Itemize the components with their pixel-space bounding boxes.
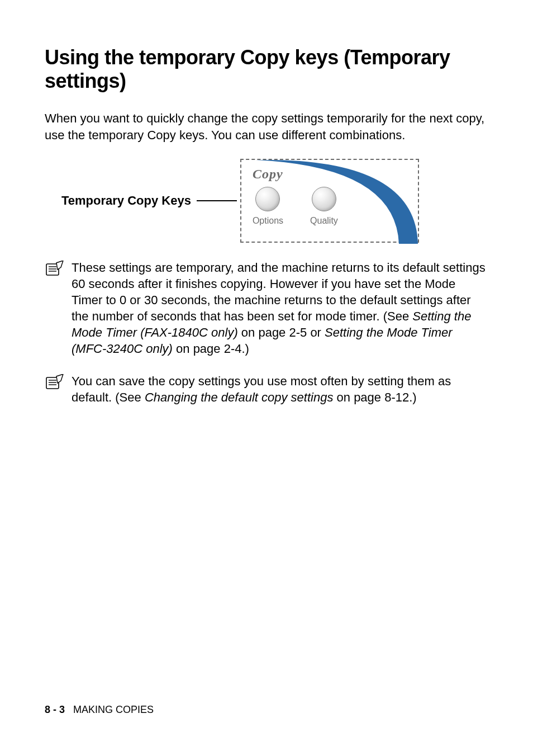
note-1-text: These settings are temporary, and the ma…	[72, 259, 488, 357]
intro-paragraph: When you want to quickly change the copy…	[45, 110, 488, 143]
footer-section: MAKING COPIES	[73, 704, 154, 715]
note-1: These settings are temporary, and the ma…	[45, 259, 488, 357]
quality-button: Quality	[310, 187, 338, 226]
options-button-circle	[255, 187, 280, 211]
panel-buttons: Options Quality	[253, 187, 338, 226]
page-footer: 8 - 3 MAKING COPIES	[45, 704, 154, 716]
options-button-label: Options	[253, 216, 283, 226]
page-heading: Using the temporary Copy keys (Temporary…	[45, 46, 488, 93]
options-button: Options	[253, 187, 283, 226]
note-2-text: You can save the copy settings you use m…	[72, 373, 488, 405]
note-icon	[45, 373, 65, 405]
document-page: Using the temporary Copy keys (Temporary…	[0, 0, 533, 756]
note-2: You can save the copy settings you use m…	[45, 373, 488, 405]
note-2-part-b: on page 8-12.)	[333, 390, 416, 404]
quality-button-circle	[312, 187, 336, 211]
quality-button-label: Quality	[310, 216, 338, 226]
page-number: 8 - 3	[45, 704, 65, 715]
note-1-part-b: on page 2-5 or	[238, 325, 325, 339]
note-icon	[45, 259, 65, 357]
callout-line	[197, 200, 237, 201]
note-1-part-c: on page 2-4.)	[173, 342, 249, 356]
control-panel-box: Copy Options Quality	[240, 159, 419, 243]
panel-section-title: Copy	[253, 167, 283, 182]
diagram-label: Temporary Copy Keys	[61, 193, 191, 208]
copy-keys-diagram: Temporary Copy Keys Copy Options Quality	[45, 159, 488, 243]
note-2-ref-1: Changing the default copy settings	[145, 390, 334, 404]
